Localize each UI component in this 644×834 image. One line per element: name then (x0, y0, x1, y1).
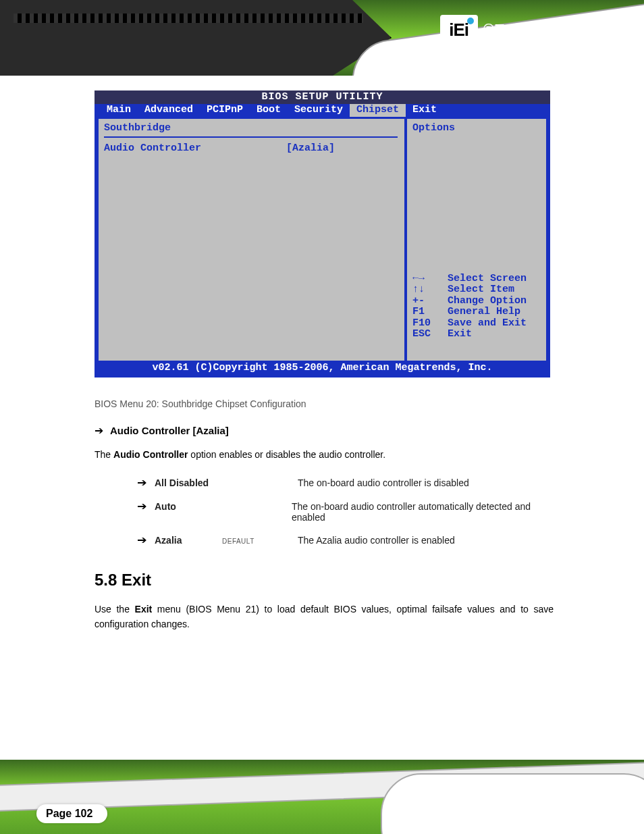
corp-text: ®Technology Corp. (483, 21, 620, 38)
footer-blob (381, 773, 644, 834)
bios-left-panel: Southbridge Audio Controller [Azalia] (97, 118, 406, 362)
key-plusminus: +- (412, 296, 448, 307)
option-name: All Disabled (155, 477, 214, 488)
option-desc: The on-board audio controller automatica… (292, 501, 554, 523)
southbridge-heading: Southbridge (104, 123, 399, 134)
key-arrows-lr: ←→ (412, 273, 448, 285)
bios-right-panel: Options ←→Select Screen ↑↓Select Item +-… (406, 118, 547, 362)
bios-footer: v02.61 (C)Copyright 1985-2006, American … (97, 362, 547, 375)
key-desc: Save and Exit (448, 318, 527, 330)
key-f1: F1 (412, 307, 448, 318)
option-name: Auto (155, 501, 211, 512)
exit-description: Use the Exit menu (BIOS Menu 21) to load… (95, 602, 554, 632)
bios-panels: Southbridge Audio Controller [Azalia] Op… (97, 118, 547, 362)
bios-screenshot: BIOS SETUP UTILITY Main Advanced PCIPnP … (95, 90, 550, 377)
brand-logo: iEi ®Technology Corp. (440, 15, 620, 45)
arrow-right-icon: ➔ (137, 500, 146, 513)
south-divider (104, 136, 398, 138)
key-desc: Select Screen (448, 273, 527, 285)
key-row: ↑↓Select Item (412, 284, 527, 296)
bios-key-legend: ←→Select Screen ↑↓Select Item +-Change O… (412, 273, 527, 340)
key-arrows-ud: ↑↓ (412, 284, 448, 296)
key-row: ←→Select Screen (412, 273, 527, 285)
option-row: ➔ Azalia DEFAULT The Azalia audio contro… (138, 533, 554, 546)
key-esc: ESC (412, 329, 448, 340)
logo-tile: iEi (440, 15, 478, 45)
setting-block: ➔ Audio Controller [Azalia] The Audio Co… (95, 424, 554, 460)
options-heading: Options (412, 123, 541, 134)
audio-controller-label: Audio Controller (104, 143, 286, 155)
setting-description: The Audio Controller option enables or d… (95, 449, 554, 460)
key-row: +-Change Option (412, 296, 527, 307)
option-name: Azalia (155, 535, 214, 546)
option-desc: The on-board audio controller is disable… (298, 477, 469, 488)
page-number-tag: Page 102 (36, 804, 107, 823)
audio-controller-row[interactable]: Audio Controller [Azalia] (104, 143, 399, 155)
option-default: DEFAULT (222, 538, 290, 545)
exit-bold: Exit (135, 604, 153, 615)
header-swoosh (0, 0, 392, 76)
bios-tab-security[interactable]: Security (288, 104, 350, 117)
bios-titlebar: BIOS SETUP UTILITY (95, 90, 550, 104)
key-row: F10Save and Exit (412, 318, 527, 330)
bios-body: Southbridge Audio Controller [Azalia] Op… (95, 118, 550, 378)
page-number: Page 102 (46, 808, 92, 819)
bios-tab-exit[interactable]: Exit (406, 104, 444, 117)
key-desc: Select Item (448, 284, 514, 296)
bios-tab-advanced[interactable]: Advanced (138, 104, 200, 117)
key-row: F1General Help (412, 307, 527, 318)
bios-tab-chipset[interactable]: Chipset (350, 104, 406, 117)
option-desc: The Azalia audio controller is enabled (298, 535, 455, 546)
key-f10: F10 (412, 318, 448, 330)
bios-menu-caption: BIOS Menu 20: Southbridge Chipset Config… (95, 398, 554, 409)
key-desc: Exit (448, 329, 472, 340)
page-header-banner: iEi ®Technology Corp. (0, 0, 644, 76)
key-desc: General Help (448, 307, 520, 318)
key-row: ESCExit (412, 329, 527, 340)
logo-text: iEi (449, 20, 468, 41)
document-body: BIOS Menu 20: Southbridge Chipset Config… (95, 398, 554, 632)
arrow-right-icon: ➔ (137, 476, 146, 489)
section-heading-exit: 5.8 Exit (95, 571, 554, 590)
option-row: ➔ Auto The on-board audio controller aut… (138, 500, 554, 523)
option-row: ➔ All Disabled The on-board audio contro… (138, 476, 554, 489)
arrow-right-icon: ➔ (95, 424, 103, 437)
bios-tabs: Main Advanced PCIPnP Boot Security Chips… (95, 104, 550, 118)
arrow-right-icon: ➔ (137, 533, 146, 546)
key-desc: Change Option (448, 296, 527, 307)
bios-tab-boot[interactable]: Boot (250, 104, 288, 117)
exit-desc-part2: menu (BIOS Menu 21) to load default BIOS… (95, 604, 554, 629)
logo-dot-icon (467, 18, 474, 24)
setting-title: Audio Controller [Azalia] (110, 425, 229, 436)
exit-desc-part1: Use the (95, 604, 135, 615)
bios-tab-main[interactable]: Main (100, 104, 138, 117)
option-list: ➔ All Disabled The on-board audio contro… (138, 476, 554, 546)
bios-tab-pcipnp[interactable]: PCIPnP (200, 104, 250, 117)
audio-controller-value: [Azalia] (286, 143, 335, 155)
